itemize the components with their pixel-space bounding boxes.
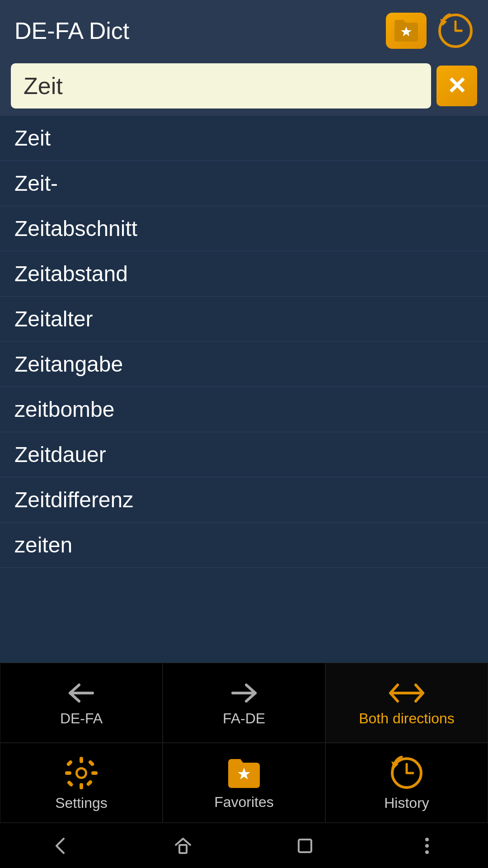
- word-text: Zeitdauer: [14, 443, 106, 467]
- nav-favorites[interactable]: Favorites: [163, 743, 325, 823]
- bottom-navigation: DE-FA FA-DE Both directions: [0, 663, 488, 823]
- nav-fa-de[interactable]: FA-DE: [163, 663, 325, 743]
- nav-history-label: History: [384, 795, 429, 811]
- word-list: Zeit Zeit- Zeitabschnitt Zeitabstand Zei…: [0, 116, 488, 663]
- word-text: Zeit: [14, 126, 51, 150]
- list-item[interactable]: zeitbombe: [0, 387, 488, 432]
- svg-rect-8: [80, 757, 83, 763]
- clear-button[interactable]: ✕: [436, 66, 477, 106]
- list-item[interactable]: Zeitabschnitt: [0, 206, 488, 251]
- star-folder-icon: [393, 19, 420, 43]
- svg-rect-19: [179, 845, 187, 853]
- app-title: DE-FA Dict: [14, 17, 129, 44]
- svg-rect-9: [80, 783, 83, 789]
- nav-fa-de-label: FA-DE: [223, 710, 265, 727]
- word-text: Zeitabstand: [14, 262, 128, 286]
- list-item[interactable]: Zeitdifferenz: [0, 477, 488, 523]
- svg-rect-13: [86, 779, 93, 787]
- list-item[interactable]: Zeit-: [0, 161, 488, 206]
- nav-settings-label: Settings: [55, 795, 108, 811]
- nav-both-directions-label: Both directions: [359, 710, 455, 727]
- svg-rect-10: [65, 771, 71, 775]
- nav-settings[interactable]: Settings: [0, 743, 163, 823]
- search-input[interactable]: [11, 63, 431, 108]
- list-item[interactable]: Zeitdauer: [0, 432, 488, 477]
- android-more-button[interactable]: [409, 828, 445, 864]
- nav-de-fa[interactable]: DE-FA: [0, 663, 163, 743]
- svg-rect-12: [66, 760, 73, 767]
- star-folder-nav-icon: [226, 757, 262, 789]
- app-header: DE-FA Dict: [0, 0, 488, 58]
- android-recents-button[interactable]: [287, 828, 323, 864]
- word-text: Zeitabschnitt: [14, 217, 137, 241]
- word-text: Zeit-: [14, 171, 58, 195]
- arrow-left-icon: [66, 680, 97, 706]
- clear-icon: ✕: [447, 72, 467, 99]
- android-back-button[interactable]: [43, 828, 79, 864]
- list-item[interactable]: Zeitabstand: [0, 251, 488, 297]
- arrow-right-icon: [228, 680, 260, 706]
- svg-rect-11: [91, 771, 98, 775]
- nav-de-fa-label: DE-FA: [60, 710, 103, 727]
- svg-point-23: [425, 850, 429, 854]
- svg-point-7: [78, 769, 85, 777]
- list-item[interactable]: zeiten: [0, 523, 488, 568]
- nav-both-directions[interactable]: Both directions: [325, 663, 488, 743]
- list-item[interactable]: Zeitalter: [0, 297, 488, 342]
- both-arrows-icon: [388, 680, 426, 706]
- word-text: Zeitdifferenz: [14, 488, 133, 512]
- word-text: zeiten: [14, 533, 72, 557]
- gear-icon: [64, 756, 99, 790]
- nav-history[interactable]: History: [325, 743, 488, 823]
- word-text: Zeitalter: [14, 307, 93, 331]
- history-clock-icon: [437, 12, 474, 49]
- word-text: Zeitangabe: [14, 352, 123, 376]
- svg-point-22: [425, 844, 429, 848]
- svg-rect-20: [299, 840, 311, 852]
- history-header-button[interactable]: [437, 13, 474, 49]
- history-clock-nav-icon: [389, 756, 424, 790]
- android-navigation-bar: [0, 823, 488, 868]
- svg-rect-15: [88, 760, 95, 767]
- word-text: zeitbombe: [14, 397, 114, 421]
- nav-favorites-label: Favorites: [214, 794, 274, 811]
- favorites-header-button[interactable]: [386, 13, 427, 49]
- list-item[interactable]: Zeit: [0, 116, 488, 161]
- svg-rect-14: [67, 780, 74, 788]
- svg-point-21: [425, 838, 429, 841]
- list-item[interactable]: Zeitangabe: [0, 342, 488, 387]
- android-home-button[interactable]: [165, 828, 201, 864]
- search-bar: ✕: [0, 58, 488, 116]
- header-icons: [386, 13, 474, 49]
